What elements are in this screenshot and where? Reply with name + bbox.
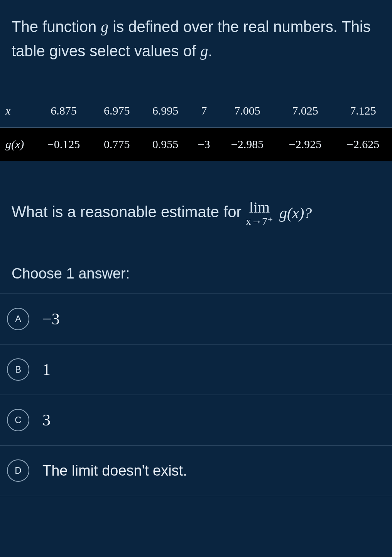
data-table-wrap: x 6.875 6.975 6.995 7 7.005 7.025 7.125 …	[0, 94, 392, 161]
gx-cell: 0.775	[93, 128, 141, 161]
choose-label: Choose 1 answer:	[0, 235, 392, 294]
stem-var-g-1: g	[101, 18, 108, 35]
x-cell: 7.125	[334, 94, 392, 128]
answer-option-b[interactable]: B 1	[0, 344, 392, 395]
stem-text-1: The function	[12, 18, 101, 35]
x-cell: 6.995	[141, 94, 190, 128]
stem-text-3: .	[208, 42, 212, 59]
x-cell: 7	[189, 94, 218, 128]
radio-letter: A	[7, 308, 29, 330]
x-cell: 7.005	[218, 94, 276, 128]
radio-letter: B	[7, 358, 29, 381]
limit-top: lim	[249, 199, 270, 216]
x-cell: 7.025	[276, 94, 334, 128]
row-label-x: x	[0, 94, 35, 128]
limit-expression: lim x→7⁺ g(x)?	[246, 199, 312, 227]
table-row-gx: g(x) −0.125 0.775 0.955 −3 −2.985 −2.925…	[0, 128, 392, 161]
data-table: x 6.875 6.975 6.995 7 7.005 7.025 7.125 …	[0, 94, 392, 161]
gx-cell: −0.125	[35, 128, 93, 161]
gx-cell: −2.925	[276, 128, 334, 161]
gx-cell: −2.625	[334, 128, 392, 161]
x-cell: 6.875	[35, 94, 93, 128]
question-prompt: What is a reasonable estimate for lim x→…	[0, 161, 392, 235]
answer-text: 3	[42, 411, 51, 429]
radio-letter: D	[7, 459, 29, 482]
row-label-gx: g(x)	[0, 128, 35, 161]
answer-option-d[interactable]: D The limit doesn't exist.	[0, 445, 392, 496]
answer-text: 1	[42, 360, 51, 379]
stem-var-g-2: g	[200, 42, 208, 60]
answer-text: −3	[42, 310, 60, 328]
gx-cell: −2.985	[218, 128, 276, 161]
gx-cell: −3	[189, 128, 218, 161]
radio-letter: C	[7, 409, 29, 431]
answer-text: The limit doesn't exist.	[42, 462, 187, 479]
answer-option-a[interactable]: A −3	[0, 294, 392, 344]
limit-bottom: x→7⁺	[246, 216, 273, 227]
gx-cell: 0.955	[141, 128, 190, 161]
x-cell: 6.975	[93, 94, 141, 128]
limit-gx: g(x)?	[279, 204, 312, 222]
answer-list: A −3 B 1 C 3 D The limit doesn't exist.	[0, 294, 392, 496]
question-stem: The function g is defined over the real …	[0, 0, 392, 71]
answer-option-c[interactable]: C 3	[0, 395, 392, 445]
question-lead: What is a reasonable estimate for	[12, 203, 246, 220]
table-row-x: x 6.875 6.975 6.995 7 7.005 7.025 7.125	[0, 94, 392, 128]
